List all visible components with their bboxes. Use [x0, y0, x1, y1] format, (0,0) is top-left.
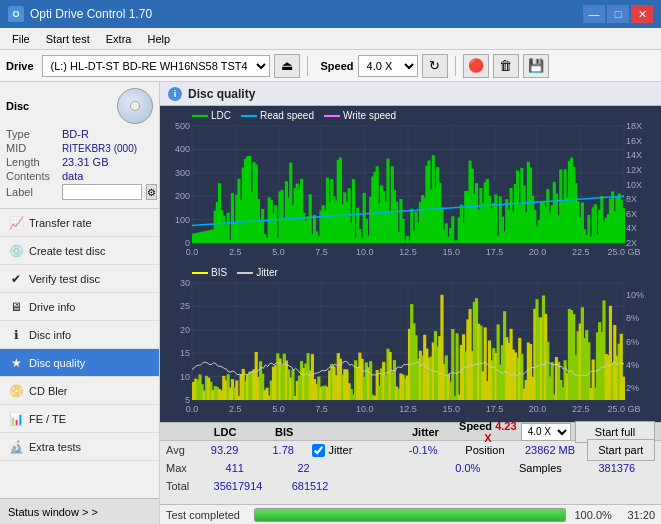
- quality-icon: i: [168, 87, 182, 101]
- start-part-button[interactable]: Start part: [587, 439, 655, 461]
- write-speed-color: [324, 115, 340, 117]
- speed-current-val: 4.23 X: [484, 420, 516, 444]
- total-bis: 681512: [274, 480, 346, 492]
- chart1-container: LDC Read speed Write speed: [162, 108, 659, 263]
- menu-file[interactable]: File: [4, 31, 38, 47]
- progress-bar-area: Test completed 100.0% 31:20: [160, 504, 661, 524]
- sidebar-item-transfer-rate[interactable]: 📈 Transfer rate: [0, 209, 159, 237]
- disc-icon: [117, 88, 153, 124]
- sidebar-item-disc-info[interactable]: ℹ Disc info: [0, 321, 159, 349]
- avg-ldc: 93.29: [195, 444, 254, 456]
- menu-bar: File Start test Extra Help: [0, 28, 661, 50]
- jitter-checkbox-area: Jitter: [312, 444, 393, 457]
- status-window-label: Status window > >: [8, 506, 98, 518]
- position-label: Position: [452, 444, 517, 456]
- sidebar: Disc Type BD-R MID RITEKBR3 (000) Length…: [0, 82, 160, 524]
- right-panel: i Disc quality LDC Read speed Wr: [160, 82, 661, 524]
- sidebar-item-extra-tests[interactable]: 🔬 Extra tests: [0, 433, 159, 461]
- drive-select[interactable]: (L:) HL-DT-ST BD-RE WH16NS58 TST4: [42, 55, 270, 77]
- samples-label: Samples: [502, 462, 578, 474]
- drive-info-icon: 🖥: [8, 299, 24, 315]
- nav-label-extra-tests: Extra tests: [29, 441, 81, 453]
- drive-label: Drive: [6, 60, 34, 72]
- speed-label: Speed: [321, 60, 354, 72]
- bis-jitter-chart: [162, 265, 659, 420]
- title-bar: O Opti Drive Control 1.70 — □ ✕: [0, 0, 661, 28]
- sidebar-item-fe-te[interactable]: 📊 FE / TE: [0, 405, 159, 433]
- sidebar-item-create-test-disc[interactable]: 💿 Create test disc: [0, 237, 159, 265]
- legend-bis-label: BIS: [211, 267, 227, 278]
- col-header-ldc: LDC: [196, 426, 255, 438]
- ldc-color: [192, 115, 208, 117]
- type-value: BD-R: [62, 128, 89, 140]
- charts-area: LDC Read speed Write speed: [160, 106, 661, 422]
- verify-test-disc-icon: ✔: [8, 271, 24, 287]
- nav-label-transfer-rate: Transfer rate: [29, 217, 92, 229]
- status-window-button[interactable]: Status window > >: [0, 498, 159, 524]
- chart2-legend: BIS Jitter: [192, 267, 278, 278]
- stats-speed-dropdown[interactable]: 4.0 X: [521, 423, 571, 441]
- speed-select[interactable]: 4.0 X: [358, 55, 418, 77]
- label-button[interactable]: ⚙: [146, 184, 157, 200]
- legend-ldc-label: LDC: [211, 110, 231, 121]
- stats-max-row: Max 411 22 0.0% Samples 381376: [160, 459, 661, 477]
- max-label: Max: [166, 462, 200, 474]
- transfer-rate-icon: 📈: [8, 215, 24, 231]
- progress-time: 31:20: [627, 509, 655, 521]
- total-ldc: 35617914: [202, 480, 274, 492]
- length-label: Length: [6, 156, 58, 168]
- label-input[interactable]: [62, 184, 142, 200]
- quality-title: Disc quality: [188, 87, 255, 101]
- nav-label-create-test-disc: Create test disc: [29, 245, 105, 257]
- read-speed-color: [241, 115, 257, 117]
- refresh-button[interactable]: ↻: [422, 54, 448, 78]
- sidebar-nav: 📈 Transfer rate 💿 Create test disc ✔ Ver…: [0, 209, 159, 498]
- nav-label-verify-test-disc: Verify test disc: [29, 273, 100, 285]
- menu-start-test[interactable]: Start test: [38, 31, 98, 47]
- stats-total-row: Total 35617914 681512: [160, 477, 661, 495]
- disc-title: Disc: [6, 100, 29, 112]
- col-header-bis: BIS: [255, 426, 314, 438]
- eject-button[interactable]: ⏏: [274, 54, 300, 78]
- avg-bis: 1.78: [254, 444, 313, 456]
- main-content: Disc Type BD-R MID RITEKBR3 (000) Length…: [0, 82, 661, 524]
- close-button[interactable]: ✕: [631, 5, 653, 23]
- progress-bar-fill: [255, 509, 565, 521]
- mid-label: MID: [6, 142, 58, 154]
- avg-jitter: -0.1%: [394, 444, 453, 456]
- nav-label-disc-quality: Disc quality: [29, 357, 85, 369]
- sidebar-item-verify-test-disc[interactable]: ✔ Verify test disc: [0, 265, 159, 293]
- extra-tests-icon: 🔬: [8, 439, 24, 455]
- minimize-button[interactable]: —: [583, 5, 605, 23]
- maximize-button[interactable]: □: [607, 5, 629, 23]
- menu-help[interactable]: Help: [139, 31, 178, 47]
- burn-button[interactable]: 🔴: [463, 54, 489, 78]
- legend-ldc: LDC: [192, 110, 231, 121]
- contents-label: Contents: [6, 170, 58, 182]
- ldc-chart: [162, 108, 659, 263]
- mid-value: RITEKBR3 (000): [62, 143, 137, 154]
- stats-panel: LDC BIS Jitter Speed 4.23 X 4.0 X Start …: [160, 422, 661, 504]
- progress-bar-track: [254, 508, 566, 522]
- nav-label-disc-info: Disc info: [29, 329, 71, 341]
- sidebar-item-disc-quality[interactable]: ★ Disc quality: [0, 349, 159, 377]
- contents-value: data: [62, 170, 83, 182]
- avg-label: Avg: [166, 444, 195, 456]
- chart1-legend: LDC Read speed Write speed: [192, 110, 396, 121]
- save-button[interactable]: 💾: [523, 54, 549, 78]
- nav-label-fe-te: FE / TE: [29, 413, 66, 425]
- jitter-checkbox[interactable]: [312, 444, 325, 457]
- menu-extra[interactable]: Extra: [98, 31, 140, 47]
- sidebar-item-drive-info[interactable]: 🖥 Drive info: [0, 293, 159, 321]
- erase-button[interactable]: 🗑: [493, 54, 519, 78]
- quality-header: i Disc quality: [160, 82, 661, 106]
- legend-read-speed: Read speed: [241, 110, 314, 121]
- total-label: Total: [166, 480, 202, 492]
- col-header-jitter: Jitter: [396, 426, 455, 438]
- disc-info-icon: ℹ: [8, 327, 24, 343]
- max-bis: 22: [269, 462, 338, 474]
- progress-label: Test completed: [166, 509, 246, 521]
- drive-toolbar: Drive (L:) HL-DT-ST BD-RE WH16NS58 TST4 …: [0, 50, 661, 82]
- sidebar-item-cd-bler[interactable]: 📀 CD Bler: [0, 377, 159, 405]
- cd-bler-icon: 📀: [8, 383, 24, 399]
